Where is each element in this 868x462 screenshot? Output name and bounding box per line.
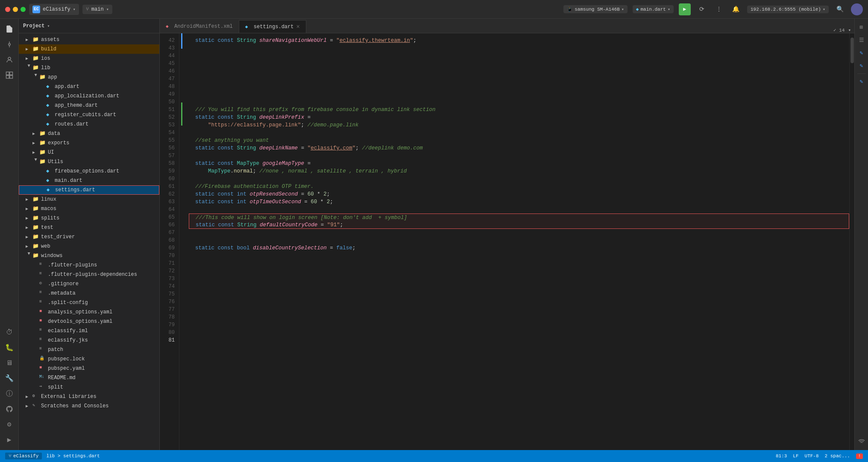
play-icon[interactable]: ▶: [3, 433, 16, 447]
sidebar-item-split[interactable]: ⊸ split: [19, 383, 159, 392]
sidebar-item-flutter-plugins[interactable]: ≡ .flutter-plugins: [19, 260, 159, 270]
code-line-67: [189, 229, 849, 237]
scroll-thumb[interactable]: [850, 38, 854, 63]
status-line-ending[interactable]: LF: [793, 453, 798, 459]
sidebar-item-register-cubits[interactable]: ◆ register_cubits.dart: [19, 110, 159, 120]
files-icon[interactable]: [3, 22, 16, 36]
status-path: lib > settings.dart: [46, 453, 100, 459]
sidebar-item-firebase-options[interactable]: ◆ firebase_options.dart: [19, 167, 159, 176]
sidebar-item-scratches-consoles[interactable]: ▶ ✎ Scratches and Consoles: [19, 401, 159, 411]
right-panel-icon-4[interactable]: ✎: [856, 61, 867, 71]
info-icon[interactable]: ⓘ: [3, 387, 16, 401]
sidebar-item-lib[interactable]: ▶ 📁 lib: [19, 63, 159, 73]
sidebar-item-analysis-options[interactable]: ■ analysis_options.yaml: [19, 307, 159, 317]
sidebar-item-metadata[interactable]: ≡ .metadata: [19, 289, 159, 298]
right-panel-icon-1[interactable]: ⊞: [856, 22, 867, 32]
sidebar-item-routes[interactable]: ◆ routes.dart: [19, 120, 159, 129]
right-panel-icon-3[interactable]: ✎: [856, 48, 867, 58]
close-button[interactable]: [5, 7, 10, 12]
code-line-72: [189, 267, 849, 275]
branch-selector[interactable]: ⑂ main ▾: [82, 5, 112, 14]
encoding-label: UTF-8: [805, 453, 819, 459]
sidebar-item-external-libraries[interactable]: ▶ ⚙ External Libraries: [19, 392, 159, 401]
sidebar-item-eclassify-jks[interactable]: ≡ eclassify.jks: [19, 336, 159, 345]
sidebar-item-data[interactable]: ▶ 📁 data: [19, 129, 159, 138]
branch-icon: ⑂: [86, 6, 89, 12]
sidebar-item-readme[interactable]: M↓ README.md: [19, 373, 159, 383]
code-line-73: [189, 275, 849, 283]
maximize-button[interactable]: [21, 7, 26, 12]
sidebar-item-app-dart[interactable]: ◆ app.dart: [19, 82, 159, 91]
sidebar-item-test[interactable]: ▶ 📁 test: [19, 223, 159, 232]
status-encoding[interactable]: UTF-8: [805, 453, 819, 459]
status-cursor[interactable]: 81:3: [776, 453, 787, 459]
sidebar-item-macos[interactable]: ▶ 📁 macos: [19, 204, 159, 213]
app-dropdown-icon[interactable]: ▾: [73, 7, 76, 12]
vertical-scrollbar[interactable]: [849, 33, 854, 450]
right-panel-icon-5[interactable]: ✎: [856, 76, 867, 87]
line-num-51: 51: [160, 106, 179, 114]
sidebar-item-assets[interactable]: ▶ 📁 assets: [19, 35, 159, 44]
user-icon[interactable]: [3, 53, 16, 67]
ip-selector[interactable]: 192.168.2.6:5555 (mobile) ▾: [747, 6, 829, 13]
expand-icon[interactable]: ▾: [848, 27, 851, 33]
search-icon[interactable]: 🔍: [834, 3, 846, 15]
file-selector[interactable]: ◆ main.dart ▾: [633, 5, 674, 13]
sidebar-item-eclassify-iml[interactable]: ≡ eclassify.iml: [19, 326, 159, 336]
sidebar-item-test-driver[interactable]: ▶ 📁 test_driver: [19, 232, 159, 242]
sidebar-item-gitignore[interactable]: ⊙ .gitignore: [19, 279, 159, 289]
bug-icon[interactable]: 🐛: [3, 341, 16, 354]
sidebar-item-settings-dart[interactable]: ◆ settings.dart: [19, 185, 159, 195]
monitor-icon[interactable]: 🖥: [3, 356, 16, 370]
sidebar-item-app-localization[interactable]: ◆ app_localization.dart: [19, 91, 159, 101]
right-panel-icon-2[interactable]: ☰: [856, 35, 867, 45]
account-icon[interactable]: [851, 3, 863, 15]
sidebar-item-app[interactable]: ▶ 📁 app: [19, 73, 159, 82]
line-num-79: 79: [160, 321, 179, 329]
more-options-icon[interactable]: ⋮: [713, 3, 725, 15]
tab-close-icon[interactable]: ×: [296, 23, 299, 30]
github-icon[interactable]: [3, 402, 16, 416]
extensions-icon[interactable]: [3, 68, 16, 82]
sidebar-item-utils[interactable]: ▶ 📁 Utils: [19, 157, 159, 167]
sidebar-item-linux[interactable]: ▶ 📁 linux: [19, 195, 159, 204]
line-num-52: 52: [160, 114, 179, 121]
sidebar-item-app-theme[interactable]: ◆ app_theme.dart: [19, 101, 159, 110]
tool-icon[interactable]: 🔧: [3, 371, 16, 385]
run-button[interactable]: ▶: [679, 3, 691, 15]
line-num-66: 66: [160, 221, 179, 229]
status-indent[interactable]: 2 spac...: [825, 453, 850, 459]
clock-icon[interactable]: ⏱: [3, 325, 16, 339]
device-selector[interactable]: 📱 samsung SM-A146B ▾: [563, 5, 628, 13]
project-dropdown-icon[interactable]: ▾: [47, 23, 50, 29]
sidebar-item-patch[interactable]: ≡ patch: [19, 345, 159, 354]
code-content[interactable]: static const String shareNavigationWebUr…: [183, 33, 849, 450]
code-line-58: static const MapType googleMapType =: [189, 160, 849, 167]
tab-settings-dart[interactable]: ◆ settings.dart ×: [239, 20, 306, 33]
sidebar-item-web[interactable]: ▶ 📁 web: [19, 242, 159, 251]
sidebar-item-windows[interactable]: ▶ 📁 windows: [19, 251, 159, 260]
minimize-button[interactable]: [13, 7, 18, 12]
sync-icon[interactable]: ⟳: [696, 3, 708, 15]
sidebar-item-pubspec-yaml[interactable]: ■ pubspec.yaml: [19, 364, 159, 373]
sidebar-item-splits[interactable]: ▶ 📁 splits: [19, 213, 159, 223]
app-selector[interactable]: EC eClassify ▾: [29, 4, 79, 15]
sidebar-item-flutter-plugins-deps[interactable]: ≡ .flutter-plugins-dependencies: [19, 270, 159, 279]
sidebar-item-split-config[interactable]: ≡ .split-config: [19, 298, 159, 307]
git-icon[interactable]: [3, 38, 16, 51]
sidebar-item-build[interactable]: ▶ 📁 build: [19, 44, 159, 54]
wifi-icon[interactable]: [856, 436, 867, 447]
sidebar-item-exports[interactable]: ▶ 📁 exports: [19, 138, 159, 148]
sidebar-item-main-dart[interactable]: ◆ main.dart: [19, 176, 159, 185]
settings-gear-icon[interactable]: ⚙: [3, 418, 16, 431]
sidebar-item-devtools-options[interactable]: ■ devtools_options.yaml: [19, 317, 159, 326]
sidebar-item-pubspec-lock[interactable]: 🔒 pubspec.lock: [19, 354, 159, 364]
status-branch[interactable]: ⑂ eClassify: [5, 453, 42, 459]
sidebar-item-ios[interactable]: ▶ 📁 ios: [19, 54, 159, 63]
notification-icon[interactable]: 🔔: [730, 3, 742, 15]
tab-android-manifest[interactable]: ◆ AndroidManifest.xml: [160, 20, 239, 33]
sidebar-item-ui[interactable]: ▶ 📁 UI: [19, 148, 159, 157]
status-error-badge[interactable]: !: [856, 453, 863, 459]
app-icon: EC: [32, 6, 40, 13]
gutter-indicator-2: [181, 102, 182, 126]
